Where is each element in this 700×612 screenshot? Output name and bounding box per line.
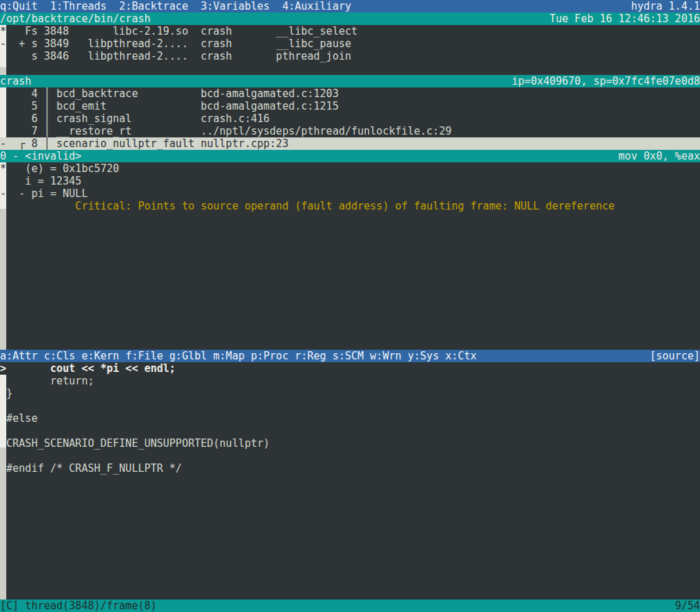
variable-gutter-marker: - [0, 187, 6, 200]
thread-row[interactable]: Fs 3848 libc-2.19.so crash __libc_select [0, 25, 700, 37]
menu-item-auxiliary[interactable]: 4:Auxiliary [282, 0, 351, 12]
key-item-cls[interactable]: c:Cls [44, 350, 75, 362]
view-mode-badge: [source] [650, 350, 700, 362]
menu-item-variables[interactable]: 3:Variables [201, 0, 269, 12]
menu-bar: q:Quit 1:Threads 2:Backtrace 3:Variables… [0, 0, 700, 12]
menu-item-backtrace[interactable]: 2:Backtrace [119, 0, 188, 12]
variable-gutter-marker: * [0, 162, 6, 175]
source-line: return; [0, 375, 700, 387]
frame-instruction: mov 0x0, %eax [619, 150, 700, 162]
key-item-kern[interactable]: e:Kern [81, 350, 119, 362]
hydra-debugger-terminal: q:Quit 1:Threads 2:Backtrace 3:Variables… [0, 0, 700, 612]
menu-items: q:Quit 1:Threads 2:Backtrace 3:Variables… [0, 0, 351, 12]
key-item-wrn[interactable]: w:Wrn [370, 350, 401, 362]
backtrace-frame-row[interactable]: - ┌ 8 │ scenario_nullptr_fault nullptr.c… [0, 137, 700, 150]
status-bar: [C] thread(3848)/frame(8) 9/54 [0, 600, 700, 612]
source-line [0, 450, 700, 462]
source-line [0, 400, 700, 412]
thread-row[interactable]: + s 3849 libpthread-2.... crash __libc_p… [0, 37, 700, 50]
variable-warning-row[interactable]: Critical: Points to source operand (faul… [0, 200, 700, 212]
variable-row[interactable]: i = 12345 [0, 175, 700, 187]
key-item-file[interactable]: f:File [126, 350, 163, 362]
key-item-proc[interactable]: p:Proc [251, 350, 288, 362]
status-position: 9/54 [675, 600, 700, 612]
backtrace-title: crash [0, 75, 31, 87]
menu-item-threads[interactable]: 1:Threads [50, 0, 106, 12]
frame-header: 0 - <invalid> mov 0x0, %eax [0, 150, 700, 162]
key-item-ctx[interactable]: x:Ctx [445, 350, 476, 362]
source-line [0, 425, 700, 437]
source-line: #else [0, 412, 700, 425]
app-version: hydra 1.4.1 [631, 0, 700, 12]
key-items: a:Attr c:Cls e:Kern f:File g:Glbl m:Map … [0, 350, 476, 362]
key-item-glbl[interactable]: g:Glbl [169, 350, 207, 362]
status-context: [C] thread(3848)/frame(8) [0, 600, 157, 612]
key-item-map[interactable]: m:Map [213, 350, 244, 362]
variable-row[interactable]: - pi = NULL [0, 187, 700, 200]
source-line: } [0, 387, 700, 400]
source-line: #endif /* CRASH_F_NULLPTR */ [0, 462, 700, 475]
backtrace-frame-row[interactable]: 7 │ __restore_rt ../nptl/sysdeps/pthread… [0, 125, 700, 137]
backtrace-header: crash ip=0x409670, sp=0x7fc4fe07e0d8 [0, 75, 700, 87]
backtrace-frame-row[interactable]: 4 │ bcd_backtrace bcd-amalgamated.c:1203 [0, 87, 700, 100]
menu-item-quit[interactable]: q:Quit [0, 0, 38, 12]
threads-scrollbar-track[interactable] [0, 67, 6, 75]
key-item-sys[interactable]: y:Sys [408, 350, 439, 362]
backtrace-frame-row[interactable]: 5 │ bcd_emit bcd-amalgamated.c:1215 [0, 100, 700, 112]
clock: Tue Feb 16 12:46:13 2016 [549, 12, 700, 25]
key-item-reg[interactable]: r:Reg [294, 350, 326, 362]
register-info: ip=0x409670, sp=0x7fc4fe07e0d8 [512, 75, 700, 87]
thread-row[interactable]: s 3846 libpthread-2.... crash pthread_jo… [0, 50, 700, 62]
current-line-marker: > [0, 362, 6, 375]
backtrace-frame-row[interactable]: 6 │ crash_signal crash.c:416 [0, 112, 700, 125]
source-line: cout << *pi << endl;> [0, 362, 700, 375]
key-item-attr[interactable]: a:Attr [0, 350, 38, 362]
path-bar: /opt/backtrace/bin/crash Tue Feb 16 12:4… [0, 12, 700, 25]
key-item-scm[interactable]: s:SCM [333, 350, 364, 362]
keys-bar: a:Attr c:Cls e:Kern f:File g:Glbl m:Map … [0, 350, 700, 362]
binary-path: /opt/backtrace/bin/crash [0, 12, 151, 25]
thread-gutter-marker: - [0, 37, 6, 50]
source-line: CRASH_SCENARIO_DEFINE_UNSUPPORTED(nullpt… [0, 437, 700, 450]
thread-gutter-marker: * [0, 25, 6, 37]
frame-title: 0 - <invalid> [0, 150, 81, 162]
variables-scrollbar-track[interactable] [0, 209, 6, 350]
variable-row[interactable]: (e) = 0x1bc5720 [0, 162, 700, 175]
